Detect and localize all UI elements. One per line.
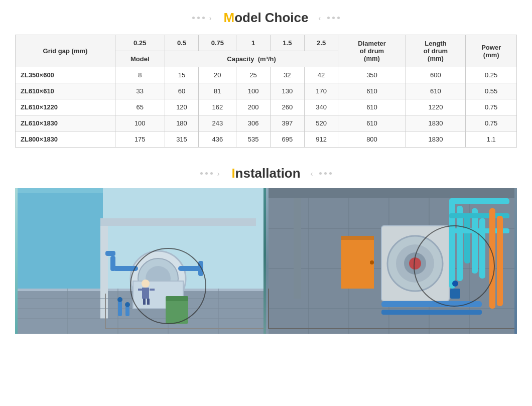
table-cell: 397	[270, 115, 304, 131]
table-cell: 180	[165, 115, 199, 131]
model-choice-table: Grid gap (mm) 0.25 0.5 0.75 1 1.5 2.5 Di…	[15, 35, 517, 148]
col-model-label: Model	[115, 51, 165, 67]
svg-point-70	[452, 281, 458, 287]
table-cell: 33	[115, 83, 165, 99]
table-cell: 100	[115, 115, 165, 131]
title-first-letter: M	[223, 10, 234, 25]
svg-rect-58	[479, 218, 485, 279]
svg-rect-2	[18, 188, 103, 193]
svg-rect-28	[150, 289, 155, 291]
table-cell: 600	[406, 67, 466, 83]
dots-left-model: ›	[192, 14, 216, 22]
installation-section: › Installation ‹	[15, 166, 517, 334]
svg-rect-63	[497, 216, 503, 306]
svg-point-25	[142, 280, 150, 288]
svg-rect-29	[143, 299, 146, 305]
col-diameter: Diameterof drum(mm)	[338, 35, 406, 67]
svg-rect-47	[341, 236, 374, 240]
svg-rect-26	[142, 288, 149, 299]
table-cell: ZL610×610	[16, 83, 115, 99]
svg-rect-1	[18, 188, 103, 289]
table-cell: 695	[270, 131, 304, 148]
col-25: 2.5	[304, 35, 338, 51]
table-cell: 200	[236, 99, 271, 115]
installation-image-right	[266, 188, 517, 334]
table-cell: 315	[165, 131, 199, 148]
table-cell: 60	[165, 83, 199, 99]
table-cell: 800	[338, 131, 406, 148]
install-first-letter: I	[231, 166, 235, 181]
svg-rect-67	[269, 188, 514, 198]
svg-rect-59	[449, 198, 509, 204]
svg-rect-69	[450, 289, 460, 299]
installation-images	[15, 188, 517, 334]
table-cell: 436	[199, 131, 236, 148]
table-cell: 610	[406, 83, 466, 99]
svg-rect-56	[464, 213, 470, 263]
svg-rect-20	[105, 251, 115, 256]
col-05: 0.5	[165, 35, 199, 51]
table-cell: 1830	[406, 115, 466, 131]
table-cell: 340	[304, 99, 338, 115]
table-cell: 1220	[406, 99, 466, 115]
col-075: 0.75	[199, 35, 236, 51]
svg-rect-5	[100, 218, 108, 319]
col-length: Lengthof drum(mm)	[406, 35, 466, 67]
table-cell: 0.25	[466, 67, 517, 83]
table-body: ZL350×600815202532423506000.25ZL610×6103…	[16, 67, 517, 148]
svg-rect-46	[341, 236, 374, 289]
table-cell: 65	[115, 99, 165, 115]
table-cell: 175	[115, 131, 165, 148]
svg-rect-33	[125, 306, 129, 316]
table-cell: 0.55	[466, 83, 517, 99]
table-cell: ZL350×600	[16, 67, 115, 83]
table-row: ZL350×600815202532423506000.25	[16, 67, 517, 83]
table-cell: 0.75	[466, 115, 517, 131]
col-capacity-label: Capacity (m³/h)	[165, 51, 338, 67]
table-cell: 1830	[406, 131, 466, 148]
table-cell: 130	[270, 83, 304, 99]
table-cell: 100	[236, 83, 271, 99]
table-cell: ZL610×1830	[16, 115, 115, 131]
svg-rect-32	[118, 301, 122, 316]
table-cell: 520	[304, 115, 338, 131]
table-cell: ZL800×1830	[16, 131, 115, 148]
dots-left-install: ›	[200, 170, 224, 178]
table-cell: 535	[236, 131, 271, 148]
svg-point-34	[117, 297, 122, 302]
table-row: ZL610×6103360811001301706106100.55	[16, 83, 517, 99]
table-cell: 15	[165, 67, 199, 83]
svg-rect-62	[489, 208, 495, 309]
svg-rect-6	[100, 218, 256, 226]
svg-rect-54	[449, 198, 455, 289]
table-cell: 8	[115, 67, 165, 83]
dots-right-install: ‹	[309, 170, 332, 178]
svg-rect-30	[147, 299, 150, 305]
table-cell: 170	[304, 83, 338, 99]
table-cell: 1.1	[466, 131, 517, 148]
col-power: Power(mm)	[466, 35, 517, 67]
svg-rect-19	[110, 256, 115, 271]
table-cell: 350	[338, 67, 406, 83]
svg-rect-65	[381, 310, 482, 315]
table-cell: 42	[304, 67, 338, 83]
svg-rect-68	[294, 198, 301, 299]
table-cell: 306	[236, 115, 271, 131]
svg-rect-27	[138, 289, 143, 291]
col-15: 1.5	[270, 35, 304, 51]
table-cell: 81	[199, 83, 236, 99]
table-cell: 610	[338, 99, 406, 115]
page-wrapper: › Model Choice ‹ Grid gap (mm) 0.25 0.5 …	[0, 0, 532, 344]
installation-title: Installation	[231, 166, 300, 181]
table-header-row1: Grid gap (mm) 0.25 0.5 0.75 1 1.5 2.5 Di…	[16, 35, 517, 51]
svg-point-48	[370, 260, 374, 264]
table-cell: 32	[270, 67, 304, 83]
col-025: 0.25	[115, 35, 165, 51]
table-row: ZL610×183010018024330639752061018300.75	[16, 115, 517, 131]
table-cell: 260	[270, 99, 304, 115]
col-1: 1	[236, 35, 271, 51]
svg-point-35	[125, 302, 130, 307]
table-row: ZL800×183017531543653569591280018301.1	[16, 131, 517, 148]
model-choice-heading: › Model Choice ‹	[15, 10, 517, 26]
table-cell: 610	[338, 83, 406, 99]
